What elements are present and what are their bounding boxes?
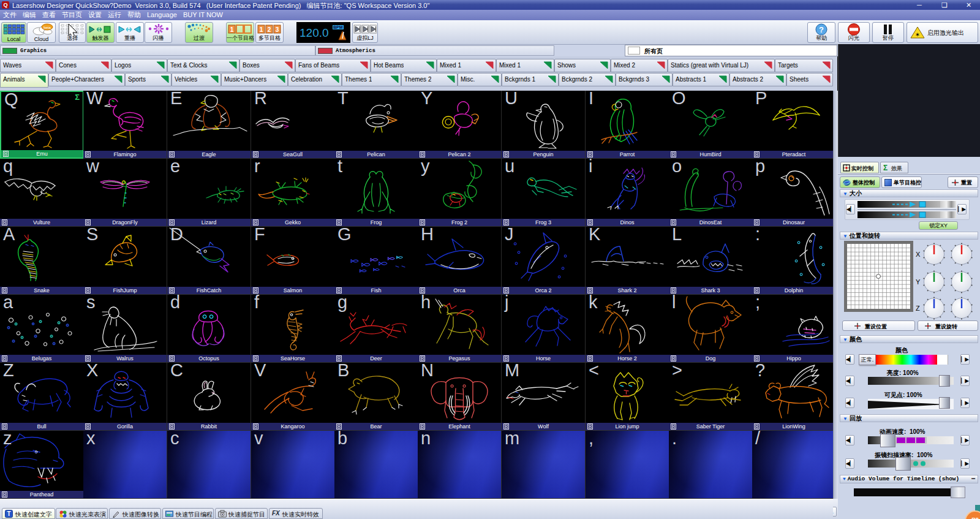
svg-text:启用激光输出: 启用激光输出 (927, 29, 964, 36)
svg-text:T: T (7, 510, 10, 517)
svg-text:3: 3 (276, 26, 279, 33)
svg-text:beta: beta (43, 26, 51, 29)
svg-text:2: 2 (268, 26, 271, 33)
svg-text:1: 1 (230, 26, 234, 33)
svg-text:1: 1 (260, 26, 263, 33)
svg-text:✶: ✶ (914, 31, 919, 38)
svg-text:?: ? (819, 25, 824, 34)
